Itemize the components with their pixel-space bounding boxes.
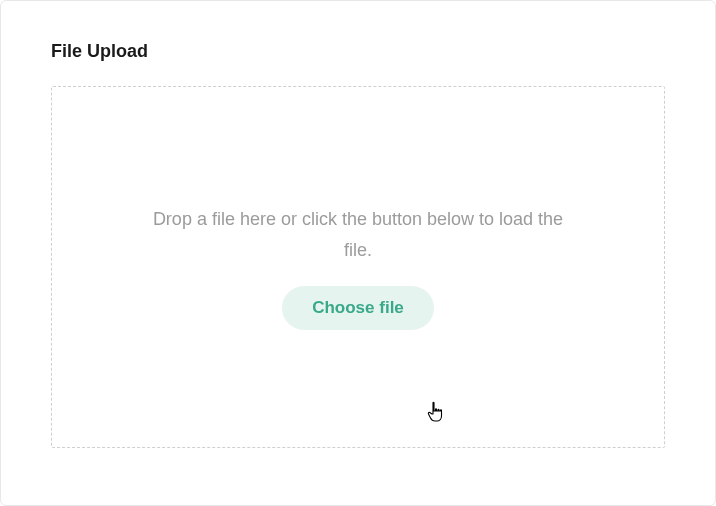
pointer-cursor-icon bbox=[426, 401, 446, 429]
card-title: File Upload bbox=[51, 41, 665, 62]
file-upload-card: File Upload Drop a file here or click th… bbox=[0, 0, 716, 506]
choose-file-button[interactable]: Choose file bbox=[282, 286, 434, 330]
file-dropzone[interactable]: Drop a file here or click the button bel… bbox=[51, 86, 665, 448]
dropzone-hint-text: Drop a file here or click the button bel… bbox=[148, 204, 568, 265]
